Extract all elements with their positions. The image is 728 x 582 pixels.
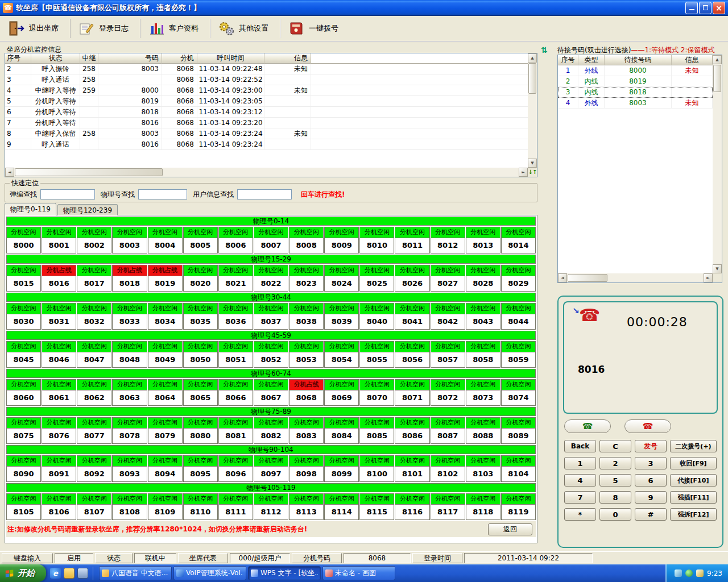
extension-cell[interactable]: 分机空闲8011 — [395, 227, 429, 253]
extension-cell[interactable]: 分机空闲8097 — [254, 455, 288, 482]
extension-cell[interactable]: 分机空闲8111 — [218, 493, 253, 520]
extension-cell[interactable]: 分机空闲8032 — [77, 303, 111, 330]
keypad-key[interactable]: 7 — [564, 491, 596, 504]
extension-cell[interactable]: 分机空闲8002 — [77, 227, 111, 253]
keypad-key[interactable]: 强拆[F12] — [670, 508, 717, 521]
keypad-key[interactable]: 3 — [635, 457, 667, 469]
taskbar-task-button[interactable]: VoIP管理系统-VoI... — [173, 566, 246, 580]
monitor-column-header[interactable]: 呼叫时间 — [197, 53, 264, 64]
swap-arrows-icon[interactable]: ⇅ — [541, 45, 548, 55]
extension-cell[interactable]: 分机空闲8052 — [254, 341, 288, 368]
extension-cell[interactable]: 分机空闲8079 — [148, 417, 183, 444]
extension-cell[interactable]: 分机空闲8006 — [218, 227, 253, 253]
monitor-row[interactable]: 2呼入振铃2588003806811-03-14 09:22:48未知 — [5, 64, 537, 74]
extension-cell[interactable]: 分机空闲8001 — [42, 227, 76, 253]
monitor-column-header[interactable]: 号码 — [98, 53, 162, 64]
extension-cell[interactable]: 分机空闲8076 — [42, 417, 76, 444]
pending-row[interactable]: 4外线8003未知 — [558, 98, 713, 109]
extension-cell[interactable]: 分机空闲8044 — [501, 303, 536, 330]
keypad-key[interactable]: Back — [564, 440, 596, 452]
close-button[interactable]: × — [713, 2, 725, 14]
extension-cell[interactable]: 分机空闲8053 — [289, 341, 324, 368]
extension-cell[interactable]: 分机空闲8108 — [112, 493, 147, 520]
physical-number-search-input[interactable] — [138, 189, 187, 199]
pending-horizontal-scrollbar[interactable]: ◄ ► — [558, 273, 713, 282]
extension-cell[interactable]: 分机空闲8014 — [501, 227, 536, 253]
scrollbar-thumb[interactable] — [15, 168, 163, 176]
extension-cell[interactable]: 分机空闲8098 — [289, 455, 324, 482]
monitor-row[interactable]: 9呼入通话8016806811-03-14 09:23:24 — [5, 139, 537, 150]
minimize-button[interactable] — [685, 2, 698, 14]
scrollbar-thumb[interactable] — [713, 65, 721, 92]
extension-cell[interactable]: 分机占线8018 — [112, 265, 147, 292]
extension-cell[interactable]: 分机空闲8010 — [359, 227, 394, 253]
extension-cell[interactable]: 分机空闲8095 — [183, 455, 218, 482]
extension-cell[interactable]: 分机空闲8082 — [254, 417, 288, 444]
extension-cell[interactable]: 分机空闲8089 — [501, 417, 536, 444]
extension-cell[interactable]: 分机空闲8056 — [395, 341, 429, 368]
start-button[interactable]: 开始 — [0, 564, 46, 582]
keypad-key[interactable]: 收回[F9] — [670, 457, 717, 469]
extension-cell[interactable]: 分机空闲8101 — [395, 455, 429, 482]
extension-cell[interactable]: 分机空闲8043 — [466, 303, 500, 330]
pending-column-header[interactable]: 类型 — [578, 55, 605, 65]
scroll-down-button[interactable]: ▼ — [713, 264, 722, 273]
extension-cell[interactable]: 分机空闲8113 — [289, 493, 324, 520]
extension-cell[interactable]: 分机空闲8023 — [289, 265, 324, 292]
scrollbar-thumb[interactable] — [528, 63, 536, 94]
monitor-row[interactable]: 5分机呼入等待8019806811-03-14 09:23:05 — [5, 96, 537, 107]
folder-icon[interactable] — [64, 568, 75, 579]
toolbar-button-customer-info[interactable]: 客户资料 — [143, 17, 208, 40]
extension-cell[interactable]: 分机空闲8025 — [359, 265, 394, 292]
extension-cell[interactable]: 分机空闲8012 — [431, 227, 465, 253]
return-button[interactable]: 返回 — [488, 523, 532, 535]
extension-cell[interactable]: 分机空闲8116 — [395, 493, 429, 520]
extension-cell[interactable]: 分机空闲8008 — [289, 227, 324, 253]
keypad-key[interactable]: 6 — [635, 474, 667, 487]
monitor-vertical-scrollbar[interactable]: ▲ ▼ — [528, 53, 537, 168]
extension-cell[interactable]: 分机空闲8021 — [218, 265, 253, 292]
extension-cell[interactable]: 分机空闲8013 — [466, 227, 500, 253]
extension-cell[interactable]: 分机空闲8074 — [501, 379, 536, 406]
extension-cell[interactable]: 分机空闲8106 — [42, 493, 76, 520]
monitor-row[interactable]: 8中继呼入保留2588003806811-03-14 09:23:24未知 — [5, 128, 537, 139]
tab-physical-0-119[interactable]: 物理号0-119 — [5, 203, 56, 215]
scroll-left-button[interactable]: ◄ — [5, 168, 14, 177]
extension-cell[interactable]: 分机空闲8115 — [359, 493, 394, 520]
extension-cell[interactable]: 分机空闲8105 — [6, 493, 41, 520]
toolbar-button-other-settings[interactable]: 其他设置 — [213, 17, 278, 40]
extension-cell[interactable]: 分机空闲8119 — [501, 493, 536, 520]
keypad-key[interactable]: 0 — [599, 508, 631, 521]
monitor-row[interactable]: 3呼入通话258806811-03-14 09:22:52 — [5, 74, 537, 85]
extension-cell[interactable]: 分机空闲8071 — [395, 379, 429, 406]
extension-cell[interactable]: 分机空闲8009 — [324, 227, 359, 253]
extension-cell[interactable]: 分机空闲8107 — [77, 493, 111, 520]
scrollbar-track[interactable] — [567, 273, 704, 282]
extension-cell[interactable]: 分机空闲8055 — [359, 341, 394, 368]
keypad-key[interactable]: 5 — [599, 474, 631, 487]
extension-cell[interactable]: 分机空闲8029 — [501, 265, 536, 292]
extension-cell[interactable]: 分机空闲8063 — [112, 379, 147, 406]
extension-cell[interactable]: 分机空闲8080 — [183, 417, 218, 444]
scrollbar-track[interactable] — [14, 168, 519, 177]
keypad-key[interactable]: C — [599, 440, 631, 452]
pending-row[interactable]: 2内线8019 — [558, 76, 713, 87]
monitor-column-header[interactable]: 状态 — [31, 53, 80, 64]
extension-cell[interactable]: 分机空闲8015 — [6, 265, 41, 292]
pending-column-header[interactable]: 序号 — [558, 55, 578, 65]
extension-cell[interactable]: 分机空闲8037 — [254, 303, 288, 330]
tray-volume-icon[interactable] — [696, 569, 704, 577]
extension-cell[interactable]: 分机空闲8110 — [183, 493, 218, 520]
taskbar-task-button[interactable]: WPS 文字 - [软坐... — [248, 566, 321, 580]
tray-network-icon[interactable] — [685, 569, 693, 577]
scroll-right-button[interactable]: ► — [519, 168, 528, 177]
monitor-column-header[interactable]: 序号 — [5, 53, 31, 64]
extension-cell[interactable]: 分机空闲8078 — [112, 417, 147, 444]
monitor-horizontal-scrollbar[interactable]: ◄ ► — [5, 168, 528, 177]
extension-cell[interactable]: 分机空闲8062 — [77, 379, 111, 406]
extension-cell[interactable]: 分机空闲8065 — [183, 379, 218, 406]
extension-cell[interactable]: 分机空闲8027 — [431, 265, 465, 292]
extension-cell[interactable]: 分机空闲8022 — [254, 265, 288, 292]
monitor-row[interactable]: 4中继呼入等待2598000806811-03-14 09:23:00未知 — [5, 85, 537, 96]
extension-cell[interactable]: 分机空闲8087 — [431, 417, 465, 444]
